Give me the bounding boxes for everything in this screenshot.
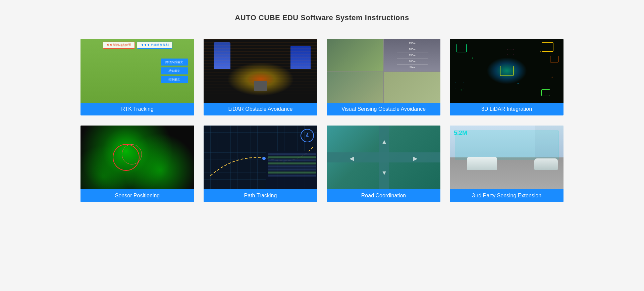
card-label-sensor: Sensor Positioning xyxy=(80,189,194,202)
card-image-visual: 250m 200m 150m 100m 50m xyxy=(327,39,440,103)
dist-50: 50m xyxy=(410,66,415,69)
card-label-path: Path Tracking xyxy=(204,189,317,202)
road-arrow-right: ▶ xyxy=(413,155,418,162)
path-console-line6 xyxy=(268,168,316,171)
path-console-line4 xyxy=(268,162,316,164)
card-road[interactable]: ▲ ▼ ◀ ▶ Road Coordination xyxy=(327,126,440,202)
visual-distances: 250m 200m 150m 100m 50m xyxy=(384,39,441,71)
card-image-lidar xyxy=(204,39,317,103)
lidar3d-object-boxes xyxy=(450,39,564,103)
visual-quad3 xyxy=(327,72,383,103)
card-label-lidar: LiDAR Obstacle Avoidance xyxy=(204,103,317,115)
card-label-road: Road Coordination xyxy=(327,189,440,202)
nsq5 xyxy=(507,49,514,55)
road-arrow-up: ▲ xyxy=(381,138,387,145)
visual-quad4 xyxy=(384,72,441,103)
card-sensor[interactable]: Sensor Positioning xyxy=(80,126,194,202)
rtk-btn-blue: ◀◀◀ 启动路径规划 xyxy=(137,42,172,49)
lidar-robot-model xyxy=(254,81,267,91)
rtk-btn-red: ◀◀ 返回起点位置 xyxy=(102,42,135,49)
nsq2 xyxy=(542,42,553,52)
card-image-sensor xyxy=(80,126,194,189)
nsq3 xyxy=(550,56,558,62)
dist-line4 xyxy=(397,64,428,64)
rtk-overlay-buttons: ◀◀ 返回起点位置 ◀◀◀ 启动路径规划 xyxy=(102,42,172,49)
path-console-line1 xyxy=(268,153,316,155)
sensor-circle-inner xyxy=(122,144,142,164)
card-label-rtk: RTK Tracking xyxy=(80,103,194,115)
path-console-line2 xyxy=(268,156,316,158)
dist-100: 100m xyxy=(409,60,416,63)
rtk-panel: 路径跟踪能力 感知能力 控制能力 xyxy=(161,59,188,83)
road-arrow-container: ▲ ▼ ◀ ▶ xyxy=(327,126,440,189)
path-console-line3 xyxy=(268,159,316,161)
card-path[interactable]: 4 Path Tracking xyxy=(204,126,317,202)
card-label-3rdparty: 3-rd Party Sensing Extension xyxy=(450,189,564,202)
card-label-visual: Visual Sensing Obstacle Avoidance xyxy=(327,103,440,115)
card-visual[interactable]: 250m 200m 150m 100m 50m Visual Sensing O… xyxy=(327,39,440,115)
nsq4 xyxy=(455,82,464,89)
party-car-main xyxy=(467,157,497,170)
path-console-panel xyxy=(266,151,317,189)
nsq1 xyxy=(457,44,467,52)
path-console-line8 xyxy=(268,175,316,177)
path-console-line7 xyxy=(268,172,316,174)
road-arrow-down: ▼ xyxy=(381,169,387,177)
lidar-glow-effect xyxy=(227,62,294,96)
card-image-3dlidar xyxy=(450,39,564,103)
dist-line1 xyxy=(397,46,428,46)
rtk-panel-btn2: 感知能力 xyxy=(161,67,188,75)
card-image-path: 4 xyxy=(204,126,317,189)
dist-250: 250m xyxy=(409,42,416,45)
svg-point-0 xyxy=(262,157,266,160)
card-grid: ◀◀ 返回起点位置 ◀◀◀ 启动路径规划 路径跟踪能力 感知能力 控制能力 RT… xyxy=(60,39,584,202)
dist-150: 150m xyxy=(409,54,416,57)
card-lidar[interactable]: LiDAR Obstacle Avoidance xyxy=(204,39,317,115)
road-arrow-left: ◀ xyxy=(350,155,354,162)
card-image-road: ▲ ▼ ◀ ▶ xyxy=(327,126,440,189)
page-title: AUTO CUBE EDU Software System Instructio… xyxy=(235,13,409,22)
rtk-panel-btn3: 控制能力 xyxy=(161,76,188,83)
party-sensor-overlay xyxy=(455,131,558,159)
path-console-line5 xyxy=(268,165,316,167)
party-distance-label: 5.2M xyxy=(454,130,467,137)
nsq-center xyxy=(500,66,514,76)
card-image-3rdparty: 5.2M xyxy=(450,126,564,189)
card-3rdparty[interactable]: 5.2M 3-rd Party Sensing Extension xyxy=(450,126,564,202)
card-label-3dlidar: 3D LiDAR Integration xyxy=(450,103,564,115)
visual-quad1 xyxy=(327,39,383,71)
rtk-panel-btn1: 路径跟踪能力 xyxy=(161,59,188,66)
nsq6 xyxy=(541,89,550,96)
dist-line3 xyxy=(397,58,428,58)
card-3dlidar[interactable]: 3D LiDAR Integration xyxy=(450,39,564,115)
dist-line2 xyxy=(397,52,428,52)
dist-200: 200m xyxy=(409,48,416,51)
party-car-secondary xyxy=(534,158,558,170)
card-image-rtk: ◀◀ 返回起点位置 ◀◀◀ 启动路径规划 路径跟踪能力 感知能力 控制能力 xyxy=(80,39,194,103)
card-rtk-tracking[interactable]: ◀◀ 返回起点位置 ◀◀◀ 启动路径规划 路径跟踪能力 感知能力 控制能力 RT… xyxy=(80,39,194,115)
